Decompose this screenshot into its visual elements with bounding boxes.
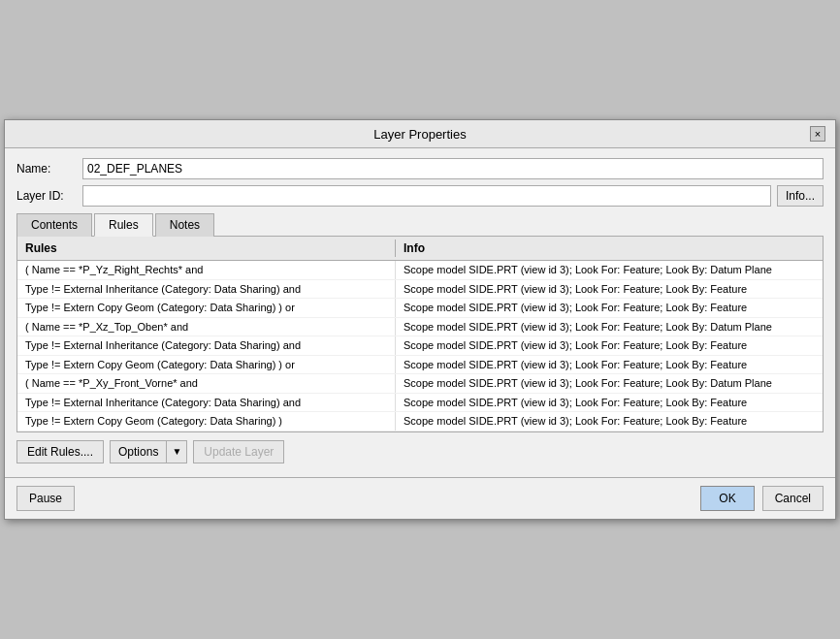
ok-button[interactable]: OK <box>700 486 754 511</box>
table-row: ( Name == *P_Xz_Top_Oben* andScope model… <box>17 318 823 337</box>
dialog-body: Name: Layer ID: Info... Contents Rules N… <box>5 148 835 477</box>
name-label: Name: <box>16 162 82 176</box>
cell-rules: ( Name == *P_Xz_Top_Oben* and <box>17 318 396 336</box>
table-row: Type != External Inheritance (Category: … <box>17 336 823 356</box>
layer-id-label: Layer ID: <box>16 189 82 203</box>
cell-info: Scope model SIDE.PRT (view id 3); Look F… <box>396 318 823 336</box>
table-row: Type != External Inheritance (Category: … <box>17 280 823 300</box>
info-button[interactable]: Info... <box>777 185 824 207</box>
tab-notes[interactable]: Notes <box>155 213 214 237</box>
bottom-buttons: Edit Rules.... Options ▼ Update Layer <box>16 432 824 467</box>
cell-info: Scope model SIDE.PRT (view id 3); Look F… <box>396 412 823 431</box>
layer-properties-dialog: Layer Properties × Name: Layer ID: Info.… <box>4 119 836 520</box>
cell-info: Scope model SIDE.PRT (view id 3); Look F… <box>396 356 823 374</box>
table-body[interactable]: ( Name == *P_Yz_Right_Rechts* andScope m… <box>17 261 823 431</box>
cell-rules: Type != External Inheritance (Category: … <box>17 280 396 299</box>
table-row: ( Name == *P_Xy_Front_Vorne* andScope mo… <box>17 374 823 394</box>
cell-info: Scope model SIDE.PRT (view id 3); Look F… <box>396 374 823 393</box>
col-info-header: Info <box>396 240 823 257</box>
table-row: Type != Extern Copy Geom (Category: Data… <box>17 412 823 431</box>
dialog-footer: Pause OK Cancel <box>5 477 835 519</box>
table-row: Type != Extern Copy Geom (Category: Data… <box>17 356 823 375</box>
table-row: ( Name == *P_Yz_Right_Rechts* andScope m… <box>17 261 823 280</box>
col-rules-header: Rules <box>17 240 396 257</box>
name-row: Name: <box>16 158 824 179</box>
layer-id-row: Layer ID: Info... <box>16 185 824 207</box>
tab-rules[interactable]: Rules <box>94 213 153 237</box>
cell-rules: Type != External Inheritance (Category: … <box>17 394 396 412</box>
cell-rules: Type != Extern Copy Geom (Category: Data… <box>17 412 396 431</box>
tab-contents[interactable]: Contents <box>16 213 92 237</box>
cell-info: Scope model SIDE.PRT (view id 3); Look F… <box>396 280 823 299</box>
table-row: Type != Extern Copy Geom (Category: Data… <box>17 299 823 318</box>
name-input[interactable] <box>82 158 824 179</box>
table-rows: ( Name == *P_Yz_Right_Rechts* andScope m… <box>17 261 823 431</box>
cell-info: Scope model SIDE.PRT (view id 3); Look F… <box>396 394 823 412</box>
layer-id-input[interactable] <box>82 185 771 207</box>
cell-info: Scope model SIDE.PRT (view id 3); Look F… <box>396 299 823 317</box>
edit-rules-button[interactable]: Edit Rules.... <box>16 440 104 463</box>
table-header: Rules Info <box>17 237 823 261</box>
cell-rules: Type != Extern Copy Geom (Category: Data… <box>17 299 396 317</box>
options-arrow-button[interactable]: ▼ <box>166 440 187 463</box>
tab-content-area: Rules Info ( Name == *P_Yz_Right_Rechts*… <box>16 237 824 432</box>
cell-info: Scope model SIDE.PRT (view id 3); Look F… <box>396 336 823 355</box>
cell-rules: Type != External Inheritance (Category: … <box>17 336 396 355</box>
cell-info: Scope model SIDE.PRT (view id 3); Look F… <box>396 261 823 279</box>
cell-rules: ( Name == *P_Yz_Right_Rechts* and <box>17 261 396 279</box>
title-bar: Layer Properties × <box>5 120 835 148</box>
cell-rules: ( Name == *P_Xy_Front_Vorne* and <box>17 374 396 393</box>
dialog-title: Layer Properties <box>30 127 810 142</box>
options-main-button[interactable]: Options <box>110 440 166 463</box>
cancel-button[interactable]: Cancel <box>762 486 824 511</box>
pause-button[interactable]: Pause <box>16 486 75 511</box>
rules-table: Rules Info ( Name == *P_Yz_Right_Rechts*… <box>17 237 823 431</box>
close-button[interactable]: × <box>810 126 825 142</box>
footer-right: OK Cancel <box>700 486 824 511</box>
table-row: Type != External Inheritance (Category: … <box>17 394 823 413</box>
cell-rules: Type != Extern Copy Geom (Category: Data… <box>17 356 396 374</box>
update-layer-button[interactable]: Update Layer <box>193 440 284 463</box>
tab-bar: Contents Rules Notes <box>16 212 824 237</box>
options-button-group: Options ▼ <box>110 440 187 463</box>
